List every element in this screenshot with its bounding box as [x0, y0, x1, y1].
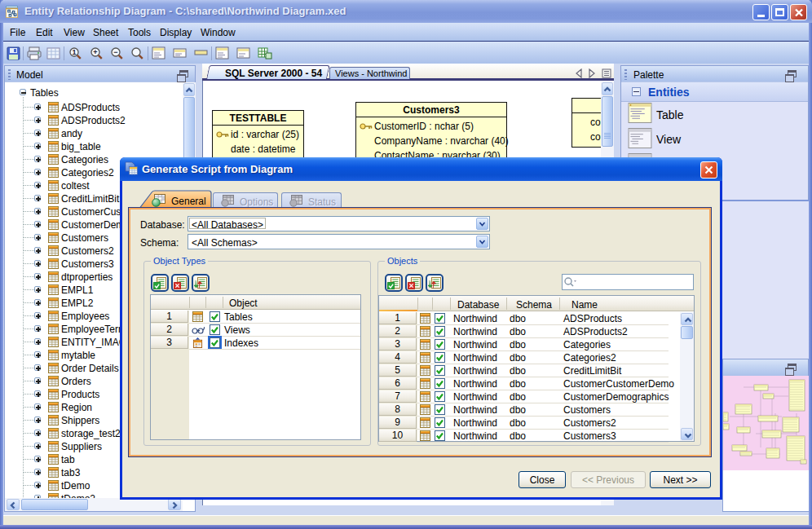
svg-text:1: 1 — [72, 48, 76, 56]
svg-text:−: − — [113, 48, 117, 56]
svg-text:+: + — [93, 48, 97, 56]
